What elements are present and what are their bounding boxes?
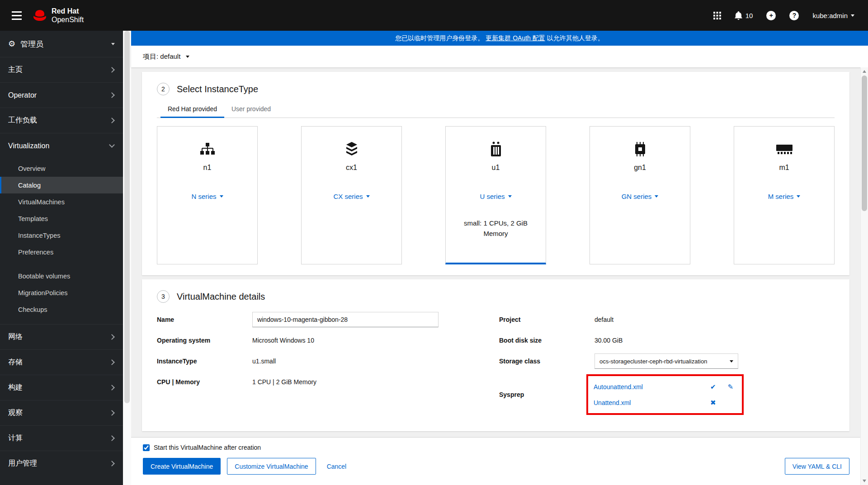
close-icon[interactable]: ✖ — [710, 399, 716, 406]
caret-down-icon — [730, 360, 733, 363]
instancetype-name: u1 — [446, 164, 546, 172]
selected-instancetype-detail: small: 1 CPUs, 2 GiB Memory — [446, 218, 546, 239]
sidebar-item-instancetypes[interactable]: InstanceTypes — [0, 227, 123, 244]
details-left-column: Name Operating system Microsoft Windows … — [157, 312, 499, 420]
project-selector[interactable]: 项目: default — [143, 52, 189, 61]
step-header: 3 VirtualMachine details — [157, 290, 835, 303]
sidebar-item-checkups[interactable]: Checkups — [0, 301, 123, 318]
cx-series-dropdown[interactable]: CX series — [333, 193, 369, 200]
instancetype-card-gn1[interactable]: gn1 GN series — [590, 126, 690, 264]
chevron-right-icon — [109, 385, 115, 391]
details-right-column: Project default Boot disk size 30.00 GiB… — [499, 312, 835, 420]
instancetype-card-cx1[interactable]: cx1 CX series — [301, 126, 402, 264]
chevron-right-icon — [109, 435, 115, 441]
nav-toggle-button[interactable] — [8, 8, 25, 24]
login-banner: 您已以临时管理用户身份登录。更新集群 OAuth 配置以允许其他人登录。 — [131, 31, 868, 46]
sidebar-item-virtualmachines[interactable]: VirtualMachines — [0, 193, 123, 210]
sidebar-item-storage[interactable]: 存储 — [0, 349, 123, 375]
sidebar-item-operator[interactable]: Operator — [0, 82, 123, 108]
sidebar-item-bootable-volumes[interactable]: Bootable volumes — [0, 268, 123, 284]
tab-redhat-provided[interactable]: Red Hat provided — [160, 103, 224, 118]
start-checkbox[interactable] — [143, 444, 150, 451]
gn-series-dropdown[interactable]: GN series — [622, 193, 659, 200]
sidebar-item-migrationpolicies[interactable]: MigrationPolicies — [0, 284, 123, 301]
sidebar-item-builds[interactable]: 构建 — [0, 375, 123, 400]
instancetype-card-u1[interactable]: u1 U series small: 1 CPUs, 2 GiB Memory — [445, 126, 546, 264]
vm-name-input[interactable] — [252, 312, 439, 327]
bootdisk-value: 30.00 GiB — [594, 337, 623, 344]
sidebar-nav: ⚙ 管理员 主页 Operator 工作负载 Virtualization — [0, 31, 123, 485]
notifications-button[interactable]: 10 — [735, 11, 753, 20]
instancetype-name: m1 — [734, 164, 834, 172]
user-menu[interactable]: kube:admin — [812, 12, 854, 19]
view-yaml-button[interactable]: View YAML & CLI — [785, 458, 849, 475]
sidebar-item-catalog[interactable]: Catalog — [0, 177, 123, 193]
start-checkbox-label: Start this VirtualMachine after creation — [154, 444, 261, 451]
create-vm-button[interactable]: Create VirtualMachine — [143, 458, 221, 475]
detail-row-project: Project default — [499, 312, 835, 327]
sysprep-file-row: Unattend.xml ✖ — [594, 396, 736, 410]
primary-nav: 主页 Operator 工作负载 Virtualization Overview… — [0, 57, 123, 476]
instancetype-name: cx1 — [302, 164, 401, 172]
scroll-down-arrow[interactable] — [863, 480, 866, 482]
oauth-config-link[interactable]: 更新集群 OAuth 配置 — [486, 34, 545, 42]
sidebar-item-workloads[interactable]: 工作负载 — [0, 108, 123, 133]
sidebar-item-preferences[interactable]: Preferences — [0, 244, 123, 260]
chevron-right-icon — [109, 334, 115, 340]
project-bar: 项目: default — [131, 46, 868, 67]
help-button[interactable]: ? — [789, 11, 799, 20]
masthead: Red Hat OpenShift 10 + ? kube:admin — [0, 0, 868, 31]
storage-class-select[interactable]: ocs-storagecluster-ceph-rbd-virtualizati… — [594, 353, 738, 369]
sidebar-item-network[interactable]: 网络 — [0, 324, 123, 349]
sidebar-item-user-management[interactable]: 用户管理 — [0, 451, 123, 476]
notification-count: 10 — [745, 12, 753, 19]
instancetype-card-n1[interactable]: n1 N series — [157, 126, 258, 264]
perspective-label: 管理员 — [20, 39, 43, 49]
brand-line1: Red Hat — [52, 7, 84, 15]
sidebar-item-compute[interactable]: 计算 — [0, 425, 123, 451]
caret-down-icon — [655, 195, 658, 198]
main-scrollbar[interactable] — [860, 67, 868, 485]
detail-row-storageclass: Storage class ocs-storagecluster-ceph-rb… — [499, 353, 835, 369]
scroll-up-arrow[interactable] — [863, 70, 866, 73]
detail-row-bootdisk: Boot disk size 30.00 GiB — [499, 333, 835, 348]
m-series-dropdown[interactable]: M series — [768, 193, 801, 200]
start-after-creation-row[interactable]: Start this VirtualMachine after creation — [143, 444, 849, 451]
import-button[interactable]: + — [766, 11, 776, 20]
app-launcher-button[interactable] — [713, 12, 721, 19]
sidebar-item-home[interactable]: 主页 — [0, 57, 123, 82]
scrollbar-thumb[interactable] — [862, 75, 867, 211]
virtualization-subnav: Overview Catalog VirtualMachines Templat… — [0, 158, 123, 324]
customize-vm-button[interactable]: Customize VirtualMachine — [227, 458, 316, 475]
cancel-button[interactable]: Cancel — [322, 458, 351, 475]
autounattend-link[interactable]: Autounattend.xml — [594, 383, 643, 391]
sidebar-item-observe[interactable]: 观察 — [0, 400, 123, 425]
section-title: VirtualMachine details — [177, 292, 265, 302]
pencil-icon[interactable]: ✎ — [728, 383, 734, 390]
project-selector-label: 项目: default — [143, 52, 180, 61]
sidebar-scrollbar[interactable] — [123, 31, 131, 485]
brand[interactable]: Red Hat OpenShift — [33, 7, 84, 24]
redhat-logo-icon — [33, 9, 47, 21]
sidebar-item-virtualization[interactable]: Virtualization — [0, 133, 123, 158]
perspective-switcher[interactable]: ⚙ 管理员 — [0, 31, 123, 57]
step-number: 3 — [157, 290, 170, 303]
brand-text: Red Hat OpenShift — [52, 7, 84, 24]
details-section: 3 VirtualMachine details Name Operating … — [142, 279, 849, 431]
u-series-dropdown[interactable]: U series — [480, 193, 511, 200]
cx-series-icon — [302, 141, 401, 157]
instancetype-card-m1[interactable]: m1 M series — [734, 126, 835, 264]
chevron-down-icon — [109, 142, 115, 148]
check-icon[interactable]: ✔ — [710, 383, 716, 390]
sidebar-item-templates[interactable]: Templates — [0, 210, 123, 227]
unattend-link[interactable]: Unattend.xml — [594, 399, 631, 406]
instancetype-name: n1 — [157, 164, 257, 172]
detail-row-cpu-memory: CPU | Memory 1 CPU | 2 GiB Memory — [157, 374, 499, 390]
chevron-right-icon — [109, 410, 115, 416]
n-series-dropdown[interactable]: N series — [191, 193, 223, 200]
sidebar-item-overview[interactable]: Overview — [0, 160, 123, 177]
question-icon: ? — [789, 11, 799, 20]
sidebar-scrollbar-thumb[interactable] — [124, 31, 130, 403]
tab-user-provided[interactable]: User provided — [224, 103, 278, 118]
banner-text: 您已以临时管理用户身份登录。 — [395, 34, 484, 42]
